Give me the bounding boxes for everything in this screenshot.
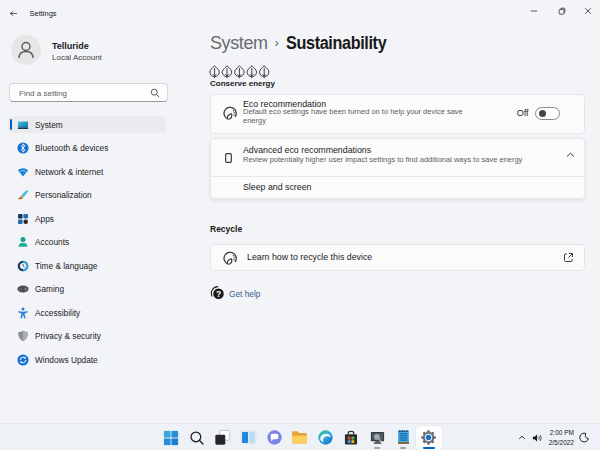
svg-text:?: ? [216, 289, 221, 299]
